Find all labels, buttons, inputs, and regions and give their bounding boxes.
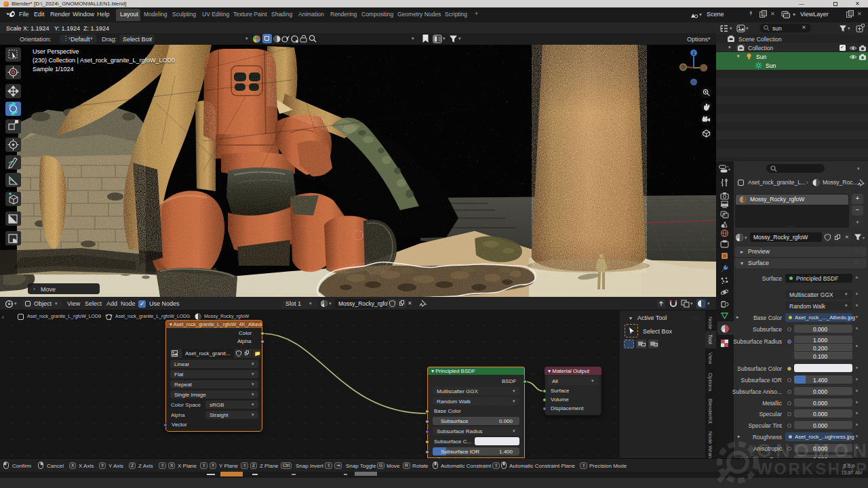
- svg-text:Z: Z: [692, 51, 696, 56]
- svg-text:WORKSHOP: WORKSHOP: [757, 460, 867, 478]
- svg-text:THE: THE: [749, 445, 755, 457]
- svg-text:GNOMON: GNOMON: [757, 440, 867, 461]
